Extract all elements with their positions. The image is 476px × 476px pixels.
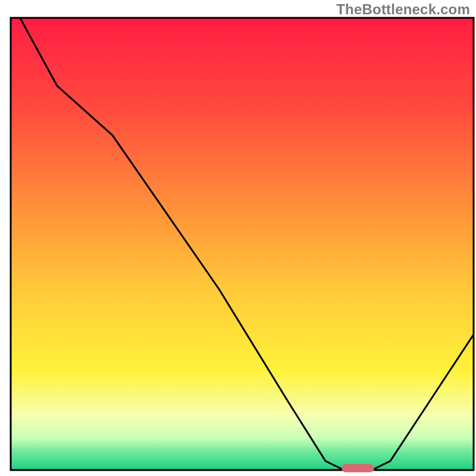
optimal-marker xyxy=(342,464,374,472)
chart-frame: TheBottleneck.com xyxy=(0,0,476,476)
gradient-background xyxy=(11,18,474,470)
bottleneck-chart xyxy=(0,0,476,476)
